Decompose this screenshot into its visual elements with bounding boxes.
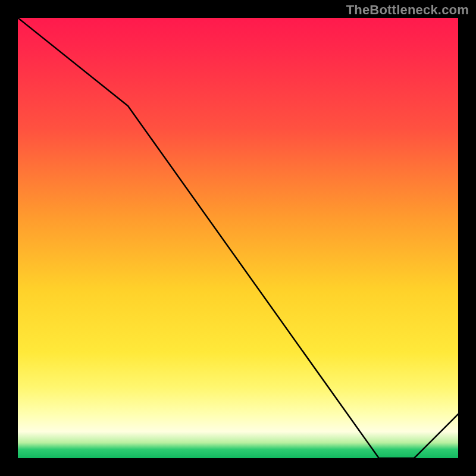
line-series — [18, 18, 458, 458]
curve-path — [18, 18, 458, 458]
plot-area — [18, 18, 458, 458]
chart-frame: TheBottleneck.com — [0, 0, 476, 476]
watermark-text: TheBottleneck.com — [346, 2, 469, 18]
